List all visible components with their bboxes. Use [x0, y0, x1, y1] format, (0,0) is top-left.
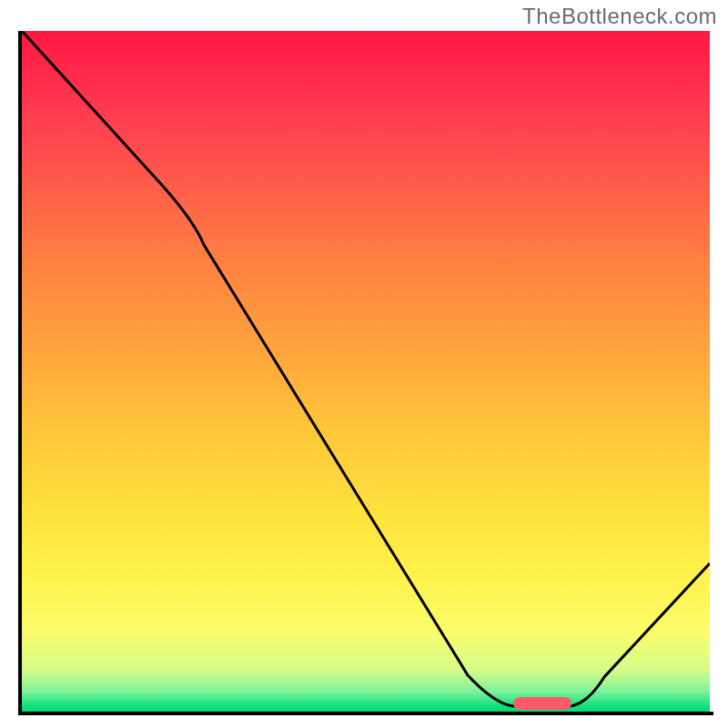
x-axis — [18, 712, 713, 715]
optimal-range-marker — [513, 697, 571, 710]
watermark-text: TheBottleneck.com — [522, 4, 717, 29]
line-plot — [22, 31, 710, 712]
chart-area — [22, 31, 710, 712]
y-axis — [18, 31, 22, 715]
curve-path — [22, 31, 710, 706]
